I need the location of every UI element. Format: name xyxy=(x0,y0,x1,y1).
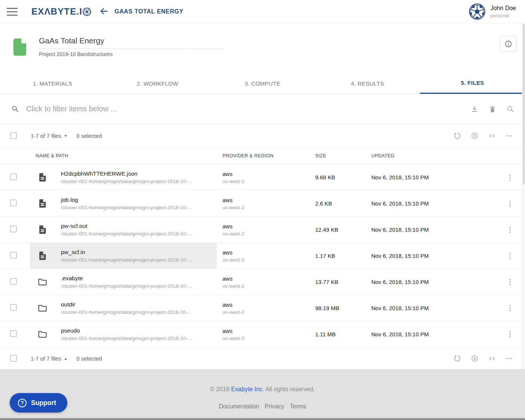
refresh-button[interactable] xyxy=(454,132,461,140)
file-name[interactable]: pw-scf.out xyxy=(61,223,193,229)
folder-name[interactable]: pseudo xyxy=(61,327,193,334)
row-checkbox[interactable] xyxy=(10,278,17,285)
scrollbar[interactable] xyxy=(522,24,525,369)
file-path: /cluster-001-home/gmogni/data/gmogni-pro… xyxy=(61,205,193,210)
file-name[interactable]: pw_scf.in xyxy=(61,249,193,256)
more-options-button[interactable] xyxy=(505,355,513,362)
user-name: John Doe xyxy=(491,5,516,12)
pagination-range-dropdown[interactable]: 1-7 of 7 files ▾ xyxy=(31,133,67,139)
code-button[interactable] xyxy=(488,355,496,362)
tab-materials[interactable]: 1. MATERIALS xyxy=(0,73,105,94)
folder-name[interactable]: outdir xyxy=(61,301,193,308)
select-all-checkbox[interactable] xyxy=(10,132,17,139)
exabyte-logo[interactable]: EXΛBYTE.I xyxy=(31,6,91,17)
row-menu-button[interactable] xyxy=(506,225,515,234)
folder-name[interactable]: .exabyte xyxy=(61,275,193,282)
pause-button[interactable] xyxy=(471,355,479,362)
col-size[interactable]: SIZE xyxy=(310,153,366,158)
file-name[interactable]: H2dcpbhWhTTEHERWE.json xyxy=(61,170,193,177)
list-toolbar-top: 1-7 of 7 files ▾ 0 selected xyxy=(0,124,525,148)
job-title[interactable]: GaAs Total Energy xyxy=(39,36,225,45)
provider: aws xyxy=(222,275,310,282)
file-name[interactable]: job.log xyxy=(61,197,193,203)
row-checkbox[interactable] xyxy=(10,173,17,180)
documentation-link[interactable]: Documentation xyxy=(219,403,259,410)
list-actions xyxy=(454,355,513,362)
company-link[interactable]: Exabyte Inc xyxy=(231,386,262,392)
search-button[interactable] xyxy=(506,105,515,113)
region: us-west-2 xyxy=(222,179,310,184)
tab-compute[interactable]: 3. COMPUTE xyxy=(210,73,315,94)
pagination-range-dropdown[interactable]: 1-7 of 7 files ▴ xyxy=(31,355,67,362)
filter-input[interactable] xyxy=(25,104,470,114)
table-row[interactable]: .exabyte /cluster-001-home/gmogni/data/g… xyxy=(0,269,525,295)
table-row[interactable]: pw-scf.out /cluster-001-home/gmogni/data… xyxy=(0,217,525,243)
tab-files[interactable]: 5. FILES xyxy=(420,73,525,94)
code-icon xyxy=(488,355,496,362)
refresh-icon xyxy=(454,355,461,362)
hamburger-menu-icon[interactable] xyxy=(7,8,18,16)
user-menu[interactable]: John Doe personal xyxy=(469,3,516,20)
page-title: GAAS TOTAL ENERGY xyxy=(114,8,183,15)
scrollbar-thumb[interactable] xyxy=(523,24,525,185)
file-size: 12.49 KB xyxy=(310,226,366,233)
row-checkbox[interactable] xyxy=(10,252,17,259)
back-arrow-icon[interactable] xyxy=(99,6,109,17)
select-all-checkbox[interactable] xyxy=(10,355,17,362)
workflow-tabs: 1. MATERIALS 2. WORKFLOW 3. COMPUTE 4. R… xyxy=(0,73,525,94)
region: us-west-2 xyxy=(222,309,310,315)
row-checkbox[interactable] xyxy=(10,304,17,311)
provider: aws xyxy=(222,249,310,256)
file-updated: Nov 6, 2018, 15:10 PM xyxy=(366,200,495,207)
provider: aws xyxy=(222,197,310,203)
col-provider-region[interactable]: PROVIDER & REGION xyxy=(217,153,310,158)
pause-button[interactable] xyxy=(471,132,479,140)
table-row[interactable]: pseudo /cluster-001-home/gmogni/data/gmo… xyxy=(0,321,525,348)
col-updated[interactable]: UPDATED xyxy=(366,153,495,158)
selected-count: 0 selected xyxy=(76,355,102,362)
table-row-highlighted[interactable]: pw_scf.in /cluster-001-home/gmogni/data/… xyxy=(0,243,525,269)
download-icon xyxy=(470,105,479,113)
info-button[interactable] xyxy=(500,36,517,52)
vertical-dots-icon xyxy=(506,278,515,287)
refresh-button[interactable] xyxy=(454,355,461,362)
tab-workflow[interactable]: 2. WORKFLOW xyxy=(105,73,210,94)
privacy-link[interactable]: Privacy xyxy=(265,403,284,410)
more-options-button[interactable] xyxy=(505,132,513,140)
vertical-dots-icon xyxy=(506,225,515,234)
logo-text: EXΛBYTE.I xyxy=(31,6,82,17)
row-menu-button[interactable] xyxy=(506,199,515,208)
job-header: GaAs Total Energy Project 2018-10 Bandst… xyxy=(0,24,525,73)
row-menu-button[interactable] xyxy=(506,278,515,287)
user-avatar-soccer-ball[interactable] xyxy=(469,3,485,20)
code-button[interactable] xyxy=(488,132,496,140)
row-menu-button[interactable] xyxy=(506,173,515,182)
support-button[interactable]: ? Support xyxy=(10,393,67,413)
table-row[interactable]: H2dcpbhWhTTEHERWE.json /cluster-001-home… xyxy=(0,164,525,191)
row-menu-button[interactable] xyxy=(506,251,515,260)
row-checkbox[interactable] xyxy=(10,330,17,337)
table-row[interactable]: job.log /cluster-001-home/gmogni/data/gm… xyxy=(0,191,525,217)
delete-button[interactable] xyxy=(488,105,497,113)
list-toolbar-bottom: 1-7 of 7 files ▴ 0 selected xyxy=(0,348,525,369)
folder-path: /cluster-001-home/gmogni/data/gmogni-pro… xyxy=(61,336,193,341)
col-name-path[interactable]: NAME & PATH xyxy=(30,153,217,158)
download-button[interactable] xyxy=(470,105,479,113)
row-checkbox[interactable] xyxy=(10,226,17,232)
folder-path: /cluster-001-home/gmogni/data/gmogni-pro… xyxy=(61,283,193,289)
row-menu-button[interactable] xyxy=(506,304,515,313)
tab-results[interactable]: 4. RESULTS xyxy=(315,73,420,94)
terms-link[interactable]: Terms xyxy=(290,403,306,410)
file-icon xyxy=(37,198,47,209)
row-menu-button[interactable] xyxy=(506,330,515,339)
row-checkbox[interactable] xyxy=(10,200,17,206)
vertical-dots-icon xyxy=(506,304,515,313)
copyright: © 2018 Exabyte Inc. All rights reserved. xyxy=(0,369,525,393)
file-updated: Nov 6, 2018, 15:10 PM xyxy=(366,174,495,180)
folder-icon xyxy=(37,277,47,287)
file-icon xyxy=(37,251,47,261)
support-label: Support xyxy=(31,399,56,407)
search-icon xyxy=(506,105,515,113)
table-row[interactable]: outdir /cluster-001-home/gmogni/data/gmo… xyxy=(0,295,525,321)
folder-icon xyxy=(37,303,47,313)
